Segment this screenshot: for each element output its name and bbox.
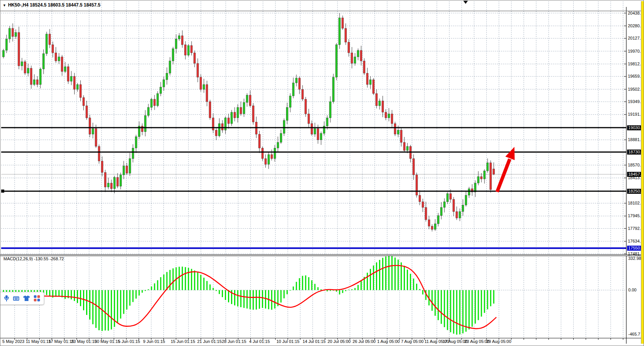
symbol-dropdown-icon[interactable]: ▼ xyxy=(3,3,6,7)
grid xyxy=(1,2,626,338)
keyboard-icon[interactable] xyxy=(13,295,19,302)
time-label: 10 Jul 01:15 xyxy=(276,339,300,344)
indicator-axis-zero: 0.00 xyxy=(628,288,636,292)
pane-resize-handle[interactable] xyxy=(0,255,644,256)
time-label: 30 May 01:15 xyxy=(95,339,120,344)
axes xyxy=(15,7,626,344)
time-label: 21 Jun 01:15 xyxy=(197,339,222,344)
chart-shift-marker[interactable] xyxy=(463,1,468,4)
chart-top-border xyxy=(0,11,644,11)
time-label: 5 Jun 01:15 xyxy=(118,339,140,344)
time-label: 5 May 2023 xyxy=(2,339,24,344)
time-label: 17 Aug 05:00 xyxy=(443,339,468,344)
trend-arrow[interactable] xyxy=(497,147,515,192)
chart-title-text: HK50-,H4 18524.5 18603.5 18447.5 18457.5 xyxy=(8,2,100,8)
time-label: 11 May 01:15 xyxy=(26,339,51,344)
time-label: 15 Jun 01:15 xyxy=(171,339,195,344)
indicator-axis-max: 332.98 xyxy=(628,256,641,261)
macd-pane xyxy=(3,256,496,334)
time-label: 14 Jul 01:15 xyxy=(303,339,326,344)
time-label: 23 May 01:15 xyxy=(71,339,97,344)
indicator-axis-min: -465.7 xyxy=(628,332,640,336)
indicator-label: MACD(12,26,9) -130.55 -268.72 xyxy=(3,256,64,261)
candles xyxy=(3,13,495,231)
apps-grid-icon[interactable] xyxy=(34,295,40,302)
time-label: 29 Aug 05:00 xyxy=(486,339,511,344)
input-toolbar: ✎ xyxy=(0,292,44,305)
time-label: 26 Jul 05:00 xyxy=(353,339,376,344)
time-label: 1 Aug 05:00 xyxy=(377,339,400,344)
candlestick-chart[interactable] xyxy=(0,0,644,346)
chart-title: ▼HK50-,H4 18524.5 18603.5 18447.5 18457.… xyxy=(3,2,100,8)
time-label: 28 Jun 01:15 xyxy=(222,339,246,344)
time-label: 9 Jun 01:15 xyxy=(143,339,165,344)
microphone-icon[interactable] xyxy=(4,295,9,302)
right-edge-panel[interactable] xyxy=(641,1,644,344)
time-label: 4 Jul 01:15 xyxy=(249,339,270,344)
time-axis-line xyxy=(0,338,644,338)
time-label: 17 May 01:15 xyxy=(48,339,74,344)
time-label: 20 Jul 05:00 xyxy=(328,339,351,344)
level-line-anchor[interactable] xyxy=(1,190,4,193)
chart-window: ▼HK50-,H4 18524.5 18603.5 18447.5 18457.… xyxy=(0,0,644,346)
time-label: 23 Aug 05:00 xyxy=(464,339,489,344)
time-label: 7 Aug 05:00 xyxy=(401,339,424,344)
clothing-icon[interactable] xyxy=(23,295,30,302)
